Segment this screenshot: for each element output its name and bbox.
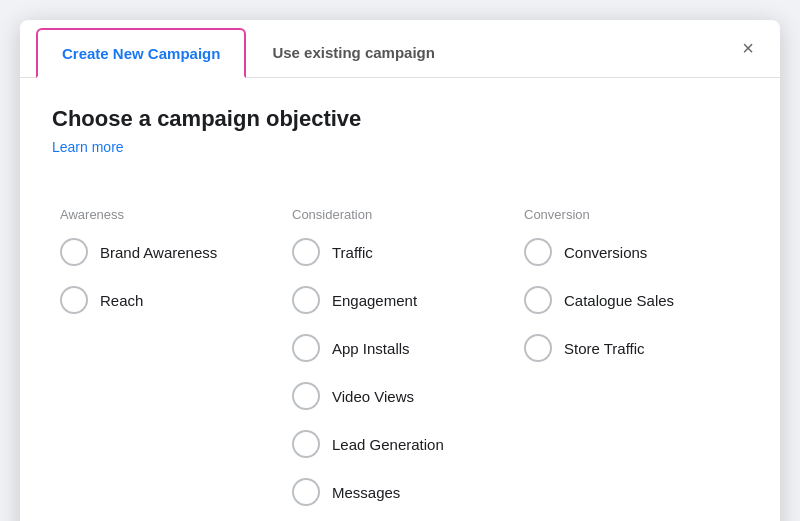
modal-body: Choose a campaign objective Learn more A…: [20, 78, 780, 521]
brand-awareness-label: Brand Awareness: [100, 244, 217, 261]
reach-radio[interactable]: [60, 286, 88, 314]
traffic-label: Traffic: [332, 244, 373, 261]
engagement-label: Engagement: [332, 292, 417, 309]
traffic-radio[interactable]: [292, 238, 320, 266]
catalogue-sales-option[interactable]: Catalogue Sales: [524, 286, 740, 314]
lead-generation-label: Lead Generation: [332, 436, 444, 453]
lead-generation-radio[interactable]: [292, 430, 320, 458]
campaign-modal: Create New Campaign Use existing campaig…: [20, 20, 780, 521]
store-traffic-label: Store Traffic: [564, 340, 645, 357]
messages-label: Messages: [332, 484, 400, 501]
conversions-option[interactable]: Conversions: [524, 238, 740, 266]
video-views-label: Video Views: [332, 388, 414, 405]
store-traffic-option[interactable]: Store Traffic: [524, 334, 740, 362]
engagement-radio[interactable]: [292, 286, 320, 314]
catalogue-sales-radio[interactable]: [524, 286, 552, 314]
video-views-radio[interactable]: [292, 382, 320, 410]
conversion-column: Conversion Conversions Catalogue Sales S…: [516, 207, 748, 521]
modal-tabs: Create New Campaign Use existing campaig…: [20, 20, 780, 78]
awareness-header: Awareness: [60, 207, 276, 222]
app-installs-radio[interactable]: [292, 334, 320, 362]
page-title: Choose a campaign objective: [52, 106, 748, 132]
objectives-grid: Awareness Brand Awareness Reach Consider…: [52, 207, 748, 521]
consideration-header: Consideration: [292, 207, 508, 222]
brand-awareness-option[interactable]: Brand Awareness: [60, 238, 276, 266]
traffic-option[interactable]: Traffic: [292, 238, 508, 266]
conversion-header: Conversion: [524, 207, 740, 222]
learn-more-link[interactable]: Learn more: [52, 139, 124, 155]
brand-awareness-radio[interactable]: [60, 238, 88, 266]
messages-option[interactable]: Messages: [292, 478, 508, 506]
conversions-label: Conversions: [564, 244, 647, 261]
app-installs-label: App Installs: [332, 340, 410, 357]
conversions-radio[interactable]: [524, 238, 552, 266]
video-views-option[interactable]: Video Views: [292, 382, 508, 410]
reach-label: Reach: [100, 292, 143, 309]
use-existing-campaign-tab[interactable]: Use existing campaign: [246, 28, 461, 77]
engagement-option[interactable]: Engagement: [292, 286, 508, 314]
close-icon: ×: [742, 37, 754, 60]
lead-generation-option[interactable]: Lead Generation: [292, 430, 508, 458]
create-new-campaign-tab[interactable]: Create New Campaign: [36, 28, 246, 78]
reach-option[interactable]: Reach: [60, 286, 276, 314]
messages-radio[interactable]: [292, 478, 320, 506]
store-traffic-radio[interactable]: [524, 334, 552, 362]
app-installs-option[interactable]: App Installs: [292, 334, 508, 362]
close-button[interactable]: ×: [732, 33, 764, 65]
awareness-column: Awareness Brand Awareness Reach: [52, 207, 284, 521]
catalogue-sales-label: Catalogue Sales: [564, 292, 674, 309]
consideration-column: Consideration Traffic Engagement App Ins…: [284, 207, 516, 521]
